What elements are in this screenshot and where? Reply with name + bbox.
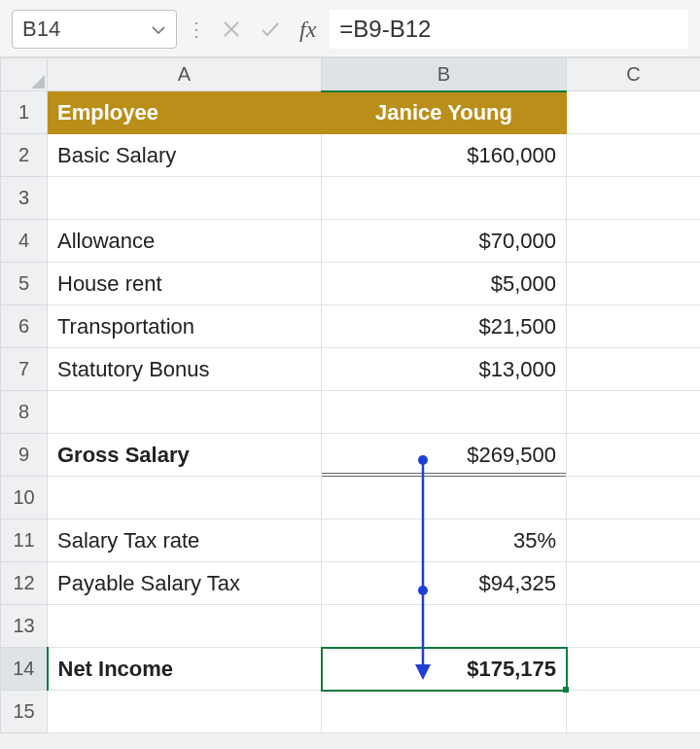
separator-icon: ⋮ — [187, 18, 206, 41]
cell-C4[interactable] — [567, 220, 701, 263]
row-header[interactable]: 10 — [1, 477, 48, 519]
cell-B4[interactable]: $70,000 — [322, 220, 567, 263]
cell-A6[interactable]: Transportation — [48, 305, 322, 348]
row-header[interactable]: 11 — [1, 519, 48, 562]
row-header[interactable]: 8 — [1, 391, 48, 434]
select-all-corner[interactable] — [1, 58, 48, 91]
col-header-C[interactable]: C — [567, 58, 701, 91]
cell-A11[interactable]: Salary Tax rate — [48, 519, 322, 562]
cell-B1[interactable]: Janice Young — [322, 91, 567, 134]
cell-C15[interactable] — [567, 691, 701, 733]
cell-C3[interactable] — [567, 177, 701, 220]
cell-C14[interactable] — [567, 648, 701, 691]
cell-B5[interactable]: $5,000 — [322, 263, 567, 305]
worksheet-grid: A B C 1 Employee Janice Young 2 Basic Sa… — [0, 57, 700, 733]
chevron-down-icon[interactable] — [151, 21, 166, 37]
cell-A8[interactable] — [48, 391, 322, 434]
cell-A9[interactable]: Gross Salary — [48, 434, 322, 477]
row-header[interactable]: 1 — [1, 91, 48, 134]
cell-B15[interactable] — [322, 691, 567, 733]
row-header[interactable]: 12 — [1, 562, 48, 605]
cell-B10[interactable] — [322, 477, 567, 519]
cell-A1[interactable]: Employee — [48, 91, 322, 134]
cell-B11[interactable]: 35% — [322, 519, 567, 562]
row-header[interactable]: 5 — [1, 263, 48, 305]
row-header[interactable]: 4 — [1, 220, 48, 263]
row-header[interactable]: 14 — [1, 648, 48, 691]
row-header[interactable]: 6 — [1, 305, 48, 348]
row-header[interactable]: 13 — [1, 605, 48, 648]
cell-A2[interactable]: Basic Salary — [48, 134, 322, 177]
cell-A15[interactable] — [48, 691, 322, 733]
cell-B3[interactable] — [322, 177, 567, 220]
name-box-value: B14 — [22, 17, 60, 42]
cell-A4[interactable]: Allowance — [48, 220, 322, 263]
col-header-A[interactable]: A — [48, 58, 322, 91]
row-header[interactable]: 9 — [1, 434, 48, 477]
cell-B7[interactable]: $13,000 — [322, 348, 567, 391]
cell-B8[interactable] — [322, 391, 567, 434]
cell-C2[interactable] — [567, 134, 701, 177]
cell-A12[interactable]: Payable Salary Tax — [48, 562, 322, 605]
cell-C1[interactable] — [567, 91, 701, 134]
cell-C9[interactable] — [567, 434, 701, 477]
cell-B13[interactable] — [322, 605, 567, 648]
cell-A10[interactable] — [48, 477, 322, 519]
col-header-B[interactable]: B — [322, 58, 567, 91]
formula-input[interactable] — [330, 10, 688, 49]
cell-C5[interactable] — [567, 263, 701, 305]
fx-icon[interactable]: fx — [299, 17, 316, 43]
cell-A3[interactable] — [48, 177, 322, 220]
cell-C6[interactable] — [567, 305, 701, 348]
cell-B14[interactable]: $175,175 — [322, 648, 567, 691]
cell-A14[interactable]: Net Income — [48, 648, 322, 691]
cell-C12[interactable] — [567, 562, 701, 605]
cell-B2[interactable]: $160,000 — [322, 134, 567, 177]
cell-C11[interactable] — [567, 519, 701, 562]
cancel-button[interactable] — [216, 14, 247, 45]
row-header[interactable]: 3 — [1, 177, 48, 220]
cell-B9[interactable]: $269,500 — [322, 434, 567, 477]
row-header[interactable]: 7 — [1, 348, 48, 391]
name-box[interactable]: B14 — [12, 10, 177, 49]
cell-C13[interactable] — [567, 605, 701, 648]
cell-C10[interactable] — [567, 477, 701, 519]
cell-B6[interactable]: $21,500 — [322, 305, 567, 348]
row-header[interactable]: 2 — [1, 134, 48, 177]
cell-C7[interactable] — [567, 348, 701, 391]
confirm-button[interactable] — [255, 14, 286, 45]
cell-C8[interactable] — [567, 391, 701, 434]
cell-A7[interactable]: Statutory Bonus — [48, 348, 322, 391]
row-header[interactable]: 15 — [1, 691, 48, 733]
cell-B12[interactable]: $94,325 — [322, 562, 567, 605]
cell-A5[interactable]: House rent — [48, 263, 322, 305]
cell-A13[interactable] — [48, 605, 322, 648]
formula-bar: B14 ⋮ fx — [0, 0, 700, 57]
